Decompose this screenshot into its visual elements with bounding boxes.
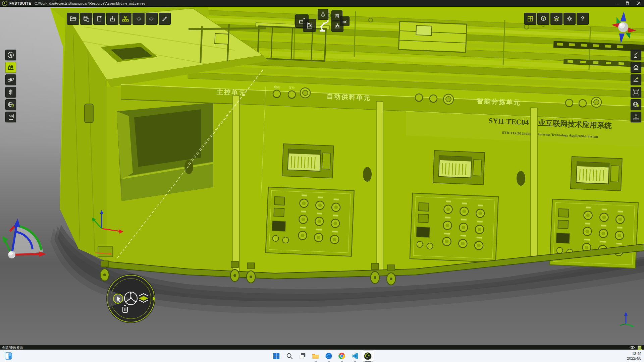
orientation-sphere-icon: [608, 9, 638, 46]
robot-icon: [632, 51, 640, 59]
forward-button[interactable]: [146, 13, 158, 25]
home-icon: [632, 64, 640, 71]
edge-icon: [325, 352, 332, 360]
select-tool-button[interactable]: [5, 50, 16, 60]
file-explorer-icon: [312, 352, 319, 360]
import-button[interactable]: [106, 13, 118, 25]
globe-shield-icon: [7, 101, 14, 108]
taskbar: 13:49 2022/4/8: [0, 350, 644, 362]
taskbar-clock[interactable]: 13:49 2022/4/8: [627, 351, 641, 361]
world-panel-button[interactable]: [631, 99, 641, 110]
measure-globe-tool-button[interactable]: [5, 99, 16, 110]
align-icon: [7, 88, 14, 96]
file-explorer-button[interactable]: [311, 352, 320, 360]
view-3d-button[interactable]: [537, 13, 549, 25]
gantry-icon: [333, 12, 340, 19]
open-project-button[interactable]: [67, 13, 79, 25]
app-name: FASTSUITE: [9, 1, 31, 5]
pencil-icon: [161, 15, 168, 22]
forward-arrow-icon: [148, 15, 155, 22]
viewport-3d[interactable]: 主控单元 自动供料单元 智能分拣单元 启动 复位: [0, 7, 644, 345]
fastsuite-app-button[interactable]: [364, 352, 372, 360]
status-bar: 创建/修改资源: [0, 345, 644, 350]
radial-select-item[interactable]: [113, 294, 123, 303]
paint-drop-icon: [320, 11, 326, 18]
orientation-sphere[interactable]: [608, 9, 638, 48]
resource-hierarchy-button[interactable]: [119, 13, 131, 25]
start-button-label: 启动: [274, 85, 280, 89]
task-view-icon: [299, 352, 306, 360]
help-button[interactable]: ?: [577, 13, 589, 25]
view-toolbar: ?: [524, 13, 589, 25]
vscode-button[interactable]: [351, 352, 359, 360]
layout-grid-icon: [527, 15, 534, 22]
auto-snap-tool-button[interactable]: AS: [5, 112, 16, 122]
taskbar-center: [0, 350, 644, 362]
database-button[interactable]: [80, 13, 92, 25]
app-logo-icon: [2, 1, 7, 6]
machine-panel-button[interactable]: [631, 74, 641, 85]
minimize-button[interactable]: [612, 0, 623, 6]
select-cursor-icon: [7, 51, 14, 59]
structure-panel-button[interactable]: [631, 112, 641, 122]
right-dock: [631, 50, 641, 122]
robot-arm-tool-button[interactable]: [316, 19, 331, 35]
restore-icon: [626, 1, 630, 5]
database-icon: [83, 15, 90, 22]
log-panel-icon[interactable]: [638, 346, 642, 350]
orbit-icon: [7, 76, 14, 83]
search-button[interactable]: [285, 352, 294, 360]
home-view-button[interactable]: [631, 62, 641, 73]
start-button[interactable]: [272, 352, 281, 360]
create-resource-icon: [7, 64, 14, 71]
radial-frame-item[interactable]: [124, 292, 137, 305]
layout-grid-button[interactable]: [524, 13, 536, 25]
world-axes-icon: [1, 210, 51, 267]
view-triad-indicator: [616, 308, 636, 329]
task-view-button[interactable]: [298, 352, 307, 360]
structure-tree-icon: [632, 113, 640, 121]
robot-arm-icon: [316, 19, 331, 34]
document-icon: [96, 15, 103, 22]
new-document-button[interactable]: [93, 13, 105, 25]
close-button[interactable]: [633, 0, 644, 6]
edge-browser-button[interactable]: [324, 352, 333, 360]
machine-model[interactable]: 主控单元 自动供料单元 智能分拣单元 启动 复位: [50, 7, 644, 285]
positioner-icon: [334, 22, 341, 29]
minimize-icon: [615, 1, 619, 5]
back-arrow-icon: [135, 15, 142, 22]
device-connections-button[interactable]: [631, 87, 641, 98]
align-tool-button[interactable]: [5, 87, 16, 98]
gear-icon: [566, 15, 573, 22]
positioner-tool-button[interactable]: [331, 20, 343, 32]
vscode-icon: [351, 352, 359, 360]
edit-button[interactable]: [159, 13, 171, 25]
rack-tool-button[interactable]: [303, 19, 316, 32]
hierarchy-icon: [122, 15, 129, 22]
device-connections-icon: [632, 88, 640, 96]
robot-panel-button[interactable]: [631, 50, 641, 60]
restore-button[interactable]: [623, 0, 633, 6]
world-shield-icon: [632, 101, 640, 108]
back-button[interactable]: [132, 13, 145, 25]
chrome-browser-button[interactable]: [337, 352, 346, 360]
visibility-eye-icon[interactable]: [630, 346, 635, 349]
orbit-tool-button[interactable]: [5, 74, 16, 85]
help-icon: ?: [581, 15, 584, 22]
reset-button-label: 复位: [289, 86, 295, 90]
auto-snap-icon: AS: [8, 114, 14, 120]
paint-tool-button[interactable]: [318, 9, 328, 20]
chrome-icon: [338, 352, 345, 360]
create-resource-tool-button[interactable]: [5, 62, 16, 73]
rack-icon: [306, 21, 314, 29]
fastsuite-app-icon: [364, 352, 372, 360]
clock-date: 2022/4/8: [627, 356, 641, 361]
settings-button[interactable]: [564, 13, 576, 25]
unit-label-1: 主控单元: [216, 88, 247, 97]
module-open-cabinet: [107, 86, 233, 272]
world-axes-gizmo: [1, 210, 51, 269]
main-toolbar: [67, 13, 171, 25]
clock-time: 13:49: [627, 351, 641, 356]
assembly-line-model[interactable]: 主控单元 自动供料单元 智能分拣单元 启动 复位: [0, 7, 644, 345]
layers-button[interactable]: [550, 13, 562, 25]
